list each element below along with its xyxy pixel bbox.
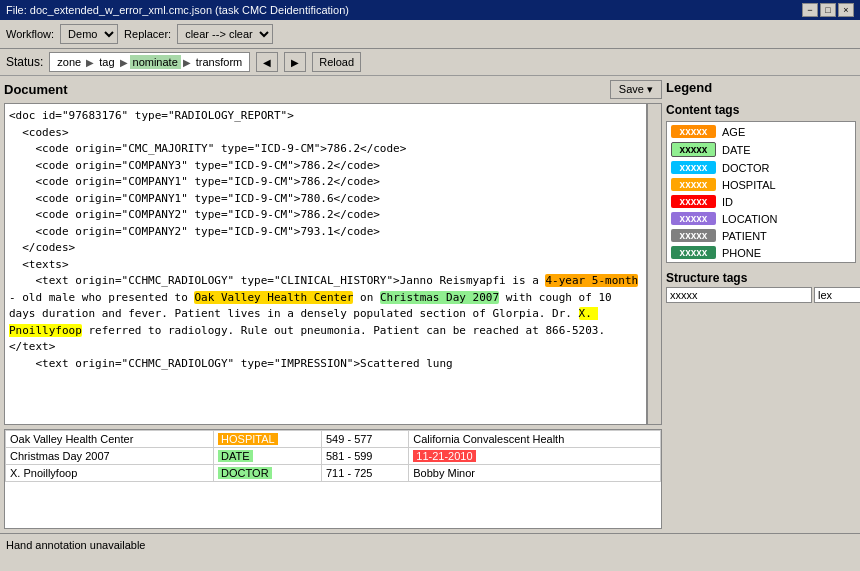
legend-item-age: xxxxx AGE (669, 124, 853, 139)
legend-item-date: xxxxx DATE (669, 141, 853, 158)
step-tag: tag (96, 55, 117, 69)
workflow-label: Workflow: (6, 28, 54, 40)
content-tags-title: Content tags (666, 103, 856, 117)
table-cell-entity: X. Pnoillyfoop (6, 465, 214, 482)
hospital-tag: HOSPITAL (218, 433, 278, 445)
document-title: Document (4, 82, 68, 97)
hospital-legend-label: HOSPITAL (722, 179, 776, 191)
hospital-legend-tag: xxxxx (671, 178, 716, 191)
age-legend-tag: xxxxx (671, 125, 716, 138)
bottom-status-bar: Hand annotation unavailable (0, 533, 860, 555)
date-tag: DATE (218, 450, 253, 462)
patient-legend-label: PATIENT (722, 230, 767, 242)
location-legend-label: LOCATION (722, 213, 777, 225)
next-button[interactable]: ▶ (284, 52, 306, 72)
table-row: X. Pnoillyfoop DOCTOR 711 - 725 Bobby Mi… (6, 465, 661, 482)
document-header: Document Save ▾ (4, 80, 662, 99)
status-text: Hand annotation unavailable (6, 539, 145, 551)
legend-item-doctor: xxxxx DOCTOR (669, 160, 853, 175)
structure-input-row (666, 287, 856, 303)
doc-scrollbar[interactable] (647, 103, 662, 425)
doc-line: </codes> (9, 240, 642, 257)
table-cell-range: 549 - 577 (322, 431, 409, 448)
phone-legend-label: PHONE (722, 247, 761, 259)
legend-panel: Legend Content tags xxxxx AGE xxxxx DATE… (666, 80, 856, 529)
legend-item-id: xxxxx ID (669, 194, 853, 209)
date-legend-label: DATE (722, 144, 751, 156)
prev-button[interactable]: ◀ (256, 52, 278, 72)
status-label: Status: (6, 55, 43, 69)
table-cell-replacement: 11-21-2010 (409, 448, 661, 465)
legend-item-hospital: xxxxx HOSPITAL (669, 177, 853, 192)
id-legend-label: ID (722, 196, 733, 208)
status-bar: Status: zone ▶ tag ▶ nominate ▶ transfor… (0, 49, 860, 76)
doc-line: <code origin="CMC_MAJORITY" type="ICD-9-… (9, 141, 642, 158)
location-legend-tag: xxxxx (671, 212, 716, 225)
doc-line: <text origin="CCHMC_RADIOLOGY" type="CLI… (9, 273, 642, 356)
annotation-table-inner: Oak Valley Health Center HOSPITAL 549 - … (5, 430, 661, 482)
replacer-select[interactable]: clear --> clear (177, 24, 273, 44)
date-highlight: Christmas Day 2007 (380, 291, 499, 304)
doc-line: <code origin="COMPANY1" type="ICD-9-CM">… (9, 174, 642, 191)
content-tags-section: Content tags xxxxx AGE xxxxx DATE xxxxx … (666, 103, 856, 263)
table-cell-entity: Oak Valley Health Center (6, 431, 214, 448)
table-row: Oak Valley Health Center HOSPITAL 549 - … (6, 431, 661, 448)
doc-line: <code origin="COMPANY2" type="ICD-9-CM">… (9, 207, 642, 224)
doctor-highlight: X. Pnoillyfoop (9, 307, 598, 337)
document-text: <doc id="97683176" type="RADIOLOGY_REPOR… (4, 103, 647, 425)
pipeline: zone ▶ tag ▶ nominate ▶ transform (49, 52, 250, 72)
replacer-label: Replacer: (124, 28, 171, 40)
step-zone: zone (54, 55, 84, 69)
main-area: Document Save ▾ <doc id="97683176" type=… (0, 76, 860, 533)
doctor-legend-label: DOCTOR (722, 162, 769, 174)
legend-items: xxxxx AGE xxxxx DATE xxxxx DOCTOR xxxxx … (666, 121, 856, 263)
reload-button[interactable]: Reload (312, 52, 361, 72)
doc-line: <code origin="COMPANY1" type="ICD-9-CM">… (9, 191, 642, 208)
step-nominate: nominate (130, 55, 181, 69)
table-cell-tag: DOCTOR (214, 465, 322, 482)
doc-line: <doc id="97683176" type="RADIOLOGY_REPOR… (9, 108, 642, 125)
date-legend-tag: xxxxx (671, 142, 716, 157)
table-cell-tag: DATE (214, 448, 322, 465)
toolbar: Workflow: Demo Replacer: clear --> clear (0, 20, 860, 49)
table-cell-replacement: Bobby Minor (409, 465, 661, 482)
table-cell-range: 581 - 599 (322, 448, 409, 465)
doc-line: <code origin="COMPANY2" type="ICD-9-CM">… (9, 224, 642, 241)
red-replacement: 11-21-2010 (413, 450, 475, 462)
structure-tags-title: Structure tags (666, 271, 856, 285)
table-cell-tag: HOSPITAL (214, 431, 322, 448)
title-bar: File: doc_extended_w_error_xml.cmc.json … (0, 0, 860, 20)
maximize-button[interactable]: □ (820, 3, 836, 17)
doc-line: <text origin="CCHMC_RADIOLOGY" type="IMP… (9, 356, 642, 373)
hospital-highlight: Oak Valley Health Center (194, 291, 353, 304)
save-button[interactable]: Save ▾ (610, 80, 662, 99)
doc-line: <code origin="COMPANY3" type="ICD-9-CM">… (9, 158, 642, 175)
doctor-tag: DOCTOR (218, 467, 271, 479)
legend-item-location: xxxxx LOCATION (669, 211, 853, 226)
step-transform: transform (193, 55, 245, 69)
phone-legend-tag: xxxxx (671, 246, 716, 259)
window-title: File: doc_extended_w_error_xml.cmc.json … (6, 4, 349, 16)
table-cell-replacement: California Convalescent Health (409, 431, 661, 448)
annotation-table: Oak Valley Health Center HOSPITAL 549 - … (4, 429, 662, 529)
table-cell-range: 711 - 725 (322, 465, 409, 482)
structure-tags-section: Structure tags (666, 271, 856, 303)
close-button[interactable]: × (838, 3, 854, 17)
table-cell-entity: Christmas Day 2007 (6, 448, 214, 465)
legend-title: Legend (666, 80, 856, 95)
document-panel: Document Save ▾ <doc id="97683176" type=… (4, 80, 662, 529)
legend-item-phone: xxxxx PHONE (669, 245, 853, 260)
patient-legend-tag: xxxxx (671, 229, 716, 242)
structure-input-2[interactable] (814, 287, 860, 303)
doc-line: <texts> (9, 257, 642, 274)
age-highlight: 4-year 5-month (545, 274, 638, 287)
id-legend-tag: xxxxx (671, 195, 716, 208)
legend-item-patient: xxxxx PATIENT (669, 228, 853, 243)
structure-input-1[interactable] (666, 287, 812, 303)
workflow-select[interactable]: Demo (60, 24, 118, 44)
doc-line: <codes> (9, 125, 642, 142)
minimize-button[interactable]: − (802, 3, 818, 17)
table-row: Christmas Day 2007 DATE 581 - 599 11-21-… (6, 448, 661, 465)
doctor-legend-tag: xxxxx (671, 161, 716, 174)
age-legend-label: AGE (722, 126, 745, 138)
